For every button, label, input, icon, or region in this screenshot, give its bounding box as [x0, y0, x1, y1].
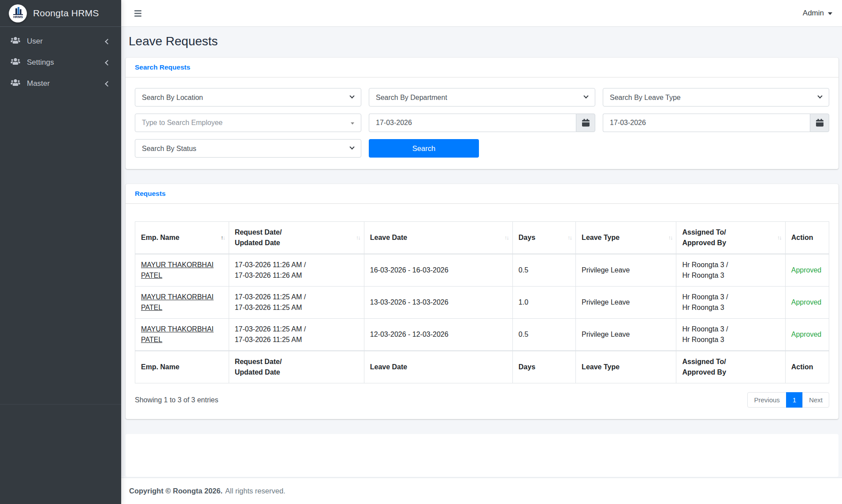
request-date-cell: 17-03-2026 11:25 AM / 17-03-2026 11:25 A… — [229, 319, 364, 351]
search-button[interactable]: Search — [369, 139, 479, 158]
sidebar-item-label: Settings — [27, 58, 100, 67]
request-date-cell: 17-03-2026 11:25 AM / 17-03-2026 11:25 A… — [229, 287, 364, 319]
pagination-previous-button[interactable]: Previous — [747, 392, 786, 408]
location-select[interactable]: Search By Location — [135, 88, 361, 107]
location-select-wrap: Search By Location — [135, 88, 361, 107]
leave-type-cell: Privilege Leave — [576, 287, 676, 319]
users-icon — [10, 37, 21, 46]
calendar-icon[interactable] — [576, 114, 595, 132]
leave-type-cell: Privilege Leave — [576, 254, 676, 287]
status-select-wrap: Search By Status — [135, 139, 361, 158]
header-assigned-to[interactable]: Assigned To/ Approved By ↑↓ — [676, 222, 785, 254]
employee-name-link[interactable]: MAYUR THAKORBHAI PATEL — [141, 261, 214, 279]
sort-icon: ↑↓ — [668, 232, 672, 243]
sidebar-item-settings[interactable]: Settings — [4, 52, 117, 73]
top-navbar: Admin — [121, 0, 842, 27]
pagination-next-button[interactable]: Next — [802, 392, 829, 408]
assigned-cell: Hr Roongta 3 / Hr Roongta 3 — [676, 254, 785, 287]
sidebar-item-master[interactable]: Master — [4, 73, 117, 94]
brand-title: Roongta HRMS — [33, 8, 99, 18]
header-leave-type[interactable]: Leave Type ↑↓ — [576, 222, 676, 254]
request-date-cell: 17-03-2026 11:26 AM / 17-03-2026 11:26 A… — [229, 254, 364, 287]
caret-down-icon — [828, 12, 832, 15]
search-card-header: Search Requests — [126, 58, 838, 77]
leave-requests-table: Emp. Name ↑↓ Request Date/ Updated Date … — [135, 221, 829, 383]
search-card-title: Search Requests — [135, 63, 190, 71]
sort-icon: ↑↓ — [221, 232, 225, 243]
chevron-left-icon — [105, 39, 111, 44]
footer-leave-date: Leave Date — [364, 351, 512, 383]
table-row: MAYUR THAKORBHAI PATEL 17-03-2026 11:25 … — [135, 319, 829, 351]
users-icon — [10, 58, 21, 67]
table-header-row: Emp. Name ↑↓ Request Date/ Updated Date … — [135, 222, 829, 254]
search-card-body: Search By Location Search By Department … — [126, 77, 838, 169]
status-select[interactable]: Search By Status — [135, 139, 361, 158]
department-select[interactable]: Search By Department — [369, 88, 595, 107]
header-request-date[interactable]: Request Date/ Updated Date ↑↓ — [229, 222, 364, 254]
sidebar-item-label: User — [27, 37, 100, 46]
employee-search-placeholder: Type to Search Employee — [142, 119, 223, 127]
rights-text: All rights reserved. — [225, 487, 286, 495]
chevron-left-icon — [105, 81, 111, 87]
sidebar-nav: User Settings Master — [0, 27, 121, 94]
from-date-input[interactable] — [369, 114, 576, 132]
pagination-page-1-button[interactable]: 1 — [786, 392, 803, 408]
footer-leave-type: Leave Type — [576, 351, 676, 383]
requests-card: Requests Emp. Name ↑↓ Request Dat — [126, 184, 838, 419]
to-date-input[interactable] — [603, 114, 810, 132]
sort-icon: ↑↓ — [568, 232, 571, 243]
copyright-text: Copyright © Roongta 2026. — [129, 487, 223, 495]
chevron-left-icon — [105, 60, 111, 66]
user-menu-dropdown[interactable]: Admin — [803, 9, 832, 18]
assigned-cell: Hr Roongta 3 / Hr Roongta 3 — [676, 319, 785, 351]
brand[interactable]: HRMS Roongta HRMS — [0, 0, 121, 27]
sidebar-item-user[interactable]: User — [4, 31, 117, 52]
to-date-group — [603, 114, 829, 132]
sort-icon: ↑↓ — [504, 232, 508, 243]
footer-assigned-to: Assigned To/ Approved By — [676, 351, 785, 383]
header-emp-name[interactable]: Emp. Name ↑↓ — [135, 222, 229, 254]
page-footer: Copyright © Roongta 2026. All rights res… — [121, 478, 842, 504]
pagination: Previous 1 Next — [747, 392, 829, 408]
sidebar: HRMS Roongta HRMS User Settings Master — [0, 0, 121, 504]
hrms-logo-icon: HRMS — [9, 4, 27, 22]
sidebar-toggle-icon[interactable] — [134, 8, 142, 18]
blank-panel — [126, 434, 838, 477]
header-days[interactable]: Days ↑↓ — [512, 222, 575, 254]
footer-request-date: Request Date/ Updated Date — [229, 351, 364, 383]
employee-search-select[interactable]: Type to Search Employee — [135, 114, 361, 132]
days-cell: 0.5 — [512, 254, 575, 287]
sort-icon: ↑↓ — [356, 232, 360, 243]
footer-emp-name: Emp. Name — [135, 351, 229, 383]
user-menu-label: Admin — [803, 9, 824, 18]
employee-name-link[interactable]: MAYUR THAKORBHAI PATEL — [141, 293, 214, 311]
caret-down-icon — [351, 122, 354, 125]
leave-type-select-wrap: Search By Leave Type — [603, 88, 829, 107]
status-badge: Approved — [791, 266, 822, 274]
from-date-group — [369, 114, 595, 132]
employee-name-link[interactable]: MAYUR THAKORBHAI PATEL — [141, 325, 214, 343]
days-cell: 1.0 — [512, 287, 575, 319]
department-select-wrap: Search By Department — [369, 88, 595, 107]
calendar-icon[interactable] — [810, 114, 829, 132]
content: Leave Requests Search Requests Search By… — [121, 27, 842, 478]
days-cell: 0.5 — [512, 319, 575, 351]
page-title: Leave Requests — [129, 34, 838, 48]
sidebar-item-label: Master — [27, 79, 100, 88]
leave-type-select[interactable]: Search By Leave Type — [603, 88, 829, 107]
requests-card-body: Emp. Name ↑↓ Request Date/ Updated Date … — [126, 204, 838, 419]
footer-days: Days — [512, 351, 575, 383]
leave-date-cell: 13-03-2026 - 13-03-2026 — [364, 287, 512, 319]
leave-date-cell: 16-03-2026 - 16-03-2026 — [364, 254, 512, 287]
footer-action: Action — [785, 351, 829, 383]
leave-type-cell: Privilege Leave — [576, 319, 676, 351]
assigned-cell: Hr Roongta 3 / Hr Roongta 3 — [676, 287, 785, 319]
main-area: Admin Leave Requests Search Requests Sea… — [121, 0, 842, 504]
table-row: MAYUR THAKORBHAI PATEL 17-03-2026 11:26 … — [135, 254, 829, 287]
svg-text:HRMS: HRMS — [13, 15, 22, 19]
leave-date-cell: 12-03-2026 - 12-03-2026 — [364, 319, 512, 351]
header-action: Action — [785, 222, 829, 254]
header-leave-date[interactable]: Leave Date ↑↓ — [364, 222, 512, 254]
users-icon — [10, 79, 21, 88]
search-button-cell: Search — [369, 139, 595, 158]
